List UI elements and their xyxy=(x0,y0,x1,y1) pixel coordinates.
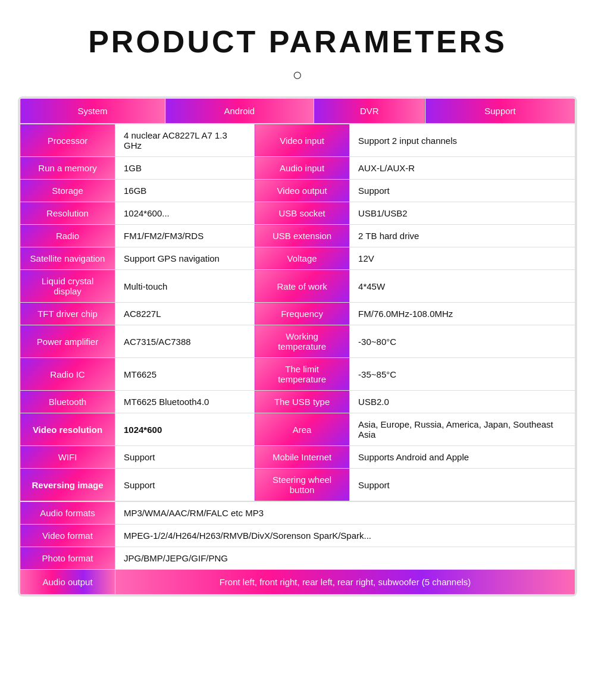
left-label-0: Processor xyxy=(20,124,115,157)
bottom-label-2: Photo format xyxy=(20,547,115,570)
right-value-10: USB2.0 xyxy=(350,391,575,413)
table-row: Radio FM1/FM2/FM3/RDS USB extension 2 TB… xyxy=(20,225,575,247)
right-value-13: Support xyxy=(350,469,575,501)
right-label-8: Working temperature xyxy=(255,325,350,358)
table-row: Run a memory 1GB Audio input AUX-L/AUX-R xyxy=(20,157,575,180)
right-value-1: AUX-L/AUX-R xyxy=(350,157,575,180)
table-row: Power amplifier AC7315/AC7388 Working te… xyxy=(20,325,575,358)
table-row: Satellite navigation Support GPS navigat… xyxy=(20,247,575,270)
left-value-12: Support xyxy=(115,446,255,469)
left-label-2: Storage xyxy=(20,180,115,202)
right-label-12: Mobile Internet xyxy=(255,446,350,469)
left-label-4: Radio xyxy=(20,225,115,247)
right-value-8: -30~80°C xyxy=(350,325,575,358)
right-value-3: USB1/USB2 xyxy=(350,202,575,225)
bottom-value-0: MP3/WMA/AAC/RM/FALC etc MP3 xyxy=(115,502,575,525)
left-label-7: TFT driver chip xyxy=(20,303,115,325)
right-label-1: Audio input xyxy=(255,157,350,180)
right-value-7: FM/76.0MHz-108.0MHz xyxy=(350,303,575,325)
left-label-6: Liquid crystal display xyxy=(20,270,115,303)
params-table: System Android DVR Support xyxy=(20,98,575,124)
circle-decoration: ○ xyxy=(12,65,583,84)
right-value-5: 12V xyxy=(350,247,575,270)
left-value-10: MT6625 Bluetooth4.0 xyxy=(115,391,255,413)
bottom-label-0: Audio formats xyxy=(20,502,115,525)
left-value-13: Support xyxy=(115,469,255,501)
table-row: Resolution 1024*600... USB socket USB1/U… xyxy=(20,202,575,225)
bottom-row: Audio formats MP3/WMA/AAC/RM/FALC etc MP… xyxy=(20,502,575,525)
left-value-11: 1024*600 xyxy=(115,413,255,446)
left-label-5: Satellite navigation xyxy=(20,247,115,270)
right-label-5: Voltage xyxy=(255,247,350,270)
left-value-3: 1024*600... xyxy=(115,202,255,225)
table-row: Liquid crystal display Multi-touch Rate … xyxy=(20,270,575,303)
right-label-9: The limit temperature xyxy=(255,358,350,391)
right-value-6: 4*45W xyxy=(350,270,575,303)
left-value-2: 16GB xyxy=(115,180,255,202)
table-row: Bluetooth MT6625 Bluetooth4.0 The USB ty… xyxy=(20,391,575,413)
left-value-9: MT6625 xyxy=(115,358,255,391)
right-label-2: Video output xyxy=(255,180,350,202)
bottom-label-1: Video format xyxy=(20,525,115,547)
left-value-6: Multi-touch xyxy=(115,270,255,303)
left-label-9: Radio IC xyxy=(20,358,115,391)
table-row: Video resolution 1024*600 Area Asia, Eur… xyxy=(20,413,575,446)
left-label-8: Power amplifier xyxy=(20,325,115,358)
left-value-0: 4 nuclear AC8227L A7 1.3 GHz xyxy=(115,124,255,157)
params-table-wrapper: System Android DVR Support Processor 4 n… xyxy=(18,96,577,597)
params-bottom-table: Audio formats MP3/WMA/AAC/RM/FALC etc MP… xyxy=(20,501,575,595)
params-main-table: Processor 4 nuclear AC8227L A7 1.3 GHz V… xyxy=(20,124,575,501)
page-title: PRODUCT PARAMETERS xyxy=(12,24,583,59)
right-value-4: 2 TB hard drive xyxy=(350,225,575,247)
left-value-1: 1GB xyxy=(115,157,255,180)
footer-value: Front left, front right, rear left, rear… xyxy=(115,570,575,595)
table-row: Storage 16GB Video output Support xyxy=(20,180,575,202)
right-label-6: Rate of work xyxy=(255,270,350,303)
header-android: Android xyxy=(165,99,314,124)
footer-label: Audio output xyxy=(20,570,115,595)
right-label-10: The USB type xyxy=(255,391,350,413)
right-value-2: Support xyxy=(350,180,575,202)
right-label-3: USB socket xyxy=(255,202,350,225)
footer-row: Audio output Front left, front right, re… xyxy=(20,570,575,595)
header-system: System xyxy=(20,99,165,124)
table-row: Processor 4 nuclear AC8227L A7 1.3 GHz V… xyxy=(20,124,575,157)
table-row: TFT driver chip AC8227L Frequency FM/76.… xyxy=(20,303,575,325)
left-label-11: Video resolution xyxy=(20,413,115,446)
left-value-5: Support GPS navigation xyxy=(115,247,255,270)
bottom-value-2: JPG/BMP/JEPG/GIF/PNG xyxy=(115,547,575,570)
left-label-10: Bluetooth xyxy=(20,391,115,413)
left-value-7: AC8227L xyxy=(115,303,255,325)
bottom-row: Photo format JPG/BMP/JEPG/GIF/PNG xyxy=(20,547,575,570)
left-label-12: WIFI xyxy=(20,446,115,469)
left-value-4: FM1/FM2/FM3/RDS xyxy=(115,225,255,247)
left-label-1: Run a memory xyxy=(20,157,115,180)
table-row: WIFI Support Mobile Internet Supports An… xyxy=(20,446,575,469)
right-label-11: Area xyxy=(255,413,350,446)
bottom-value-1: MPEG-1/2/4/H264/H263/RMVB/DivX/Sorenson … xyxy=(115,525,575,547)
header-support: Support xyxy=(425,99,575,124)
header-row: System Android DVR Support xyxy=(20,99,575,124)
right-label-4: USB extension xyxy=(255,225,350,247)
right-label-13: Steering wheel button xyxy=(255,469,350,501)
left-value-8: AC7315/AC7388 xyxy=(115,325,255,358)
right-value-12: Supports Android and Apple xyxy=(350,446,575,469)
right-value-9: -35~85°C xyxy=(350,358,575,391)
left-label-13: Reversing image xyxy=(20,469,115,501)
right-label-7: Frequency xyxy=(255,303,350,325)
bottom-row: Video format MPEG-1/2/4/H264/H263/RMVB/D… xyxy=(20,525,575,547)
header-dvr: DVR xyxy=(314,99,425,124)
right-value-11: Asia, Europe, Russia, America, Japan, So… xyxy=(350,413,575,446)
right-value-0: Support 2 input channels xyxy=(350,124,575,157)
table-row: Radio IC MT6625 The limit temperature -3… xyxy=(20,358,575,391)
table-row: Reversing image Support Steering wheel b… xyxy=(20,469,575,501)
left-label-3: Resolution xyxy=(20,202,115,225)
right-label-0: Video input xyxy=(255,124,350,157)
